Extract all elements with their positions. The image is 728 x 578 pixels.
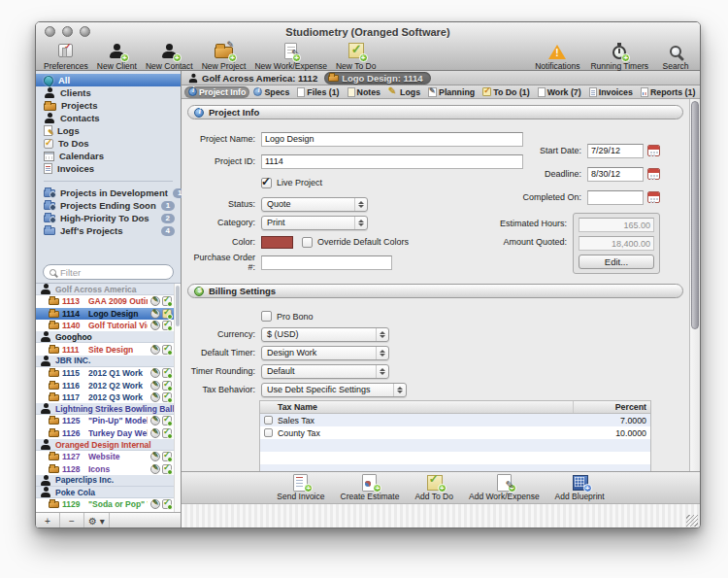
sidebar-item-invoices[interactable]: Invoices	[36, 162, 181, 175]
project-row-1126[interactable]: 1126Turkey Day Web Ca...	[36, 427, 174, 439]
calendar-icon[interactable]	[647, 191, 660, 203]
sidebar-add-button[interactable]: +	[36, 513, 60, 528]
timer-icon[interactable]	[150, 381, 160, 391]
sidebar-item-contacts[interactable]: Contacts	[36, 112, 181, 124]
tax-row[interactable]: Sales Tax7.0000	[260, 414, 650, 426]
action-create-estimate-button[interactable]: +Create Estimate	[341, 474, 400, 501]
project-row-1115[interactable]: 11152012 Q1 Work	[36, 367, 174, 379]
close-button[interactable]	[45, 26, 55, 37]
timer-icon[interactable]	[150, 499, 160, 509]
tax-behavior-dropdown[interactable]: Use Debt Specific Settings	[261, 383, 407, 397]
timer-icon[interactable]	[150, 345, 160, 355]
toolbar-new-project-button[interactable]: +New Project	[202, 41, 247, 71]
sidebar-actions-button[interactable]: ⚙ ▾	[84, 513, 110, 528]
subtab-specs[interactable]: Specs	[249, 86, 293, 98]
add-todo-icon[interactable]	[162, 392, 172, 402]
list-scrollbar-thumb[interactable]	[176, 286, 180, 326]
add-todo-icon[interactable]	[162, 428, 172, 438]
timer-icon[interactable]	[150, 321, 160, 330]
action-add-work-expense-button[interactable]: +Add Work/Expense	[469, 474, 540, 501]
sidebar-item-clients[interactable]: Clients	[36, 86, 181, 99]
vertical-scrollbar[interactable]	[689, 99, 700, 471]
sidebar-item-jeff-s-projects[interactable]: Jeff's Projects4	[36, 224, 181, 237]
project-row-1129[interactable]: 1129"Soda or Pop" Viral	[36, 498, 174, 510]
toolbar-new-to-do-button[interactable]: +New To Do	[336, 41, 376, 71]
sidebar-item-to-dos[interactable]: To Dos	[36, 137, 181, 150]
override-colors-checkbox[interactable]	[302, 237, 313, 248]
action-add-blueprint-button[interactable]: +Add Blueprint	[555, 474, 605, 501]
pro-bono-checkbox[interactable]	[261, 311, 272, 322]
sidebar-remove-button[interactable]: −	[60, 513, 84, 528]
resize-grip[interactable]	[686, 515, 698, 527]
add-todo-icon[interactable]	[162, 321, 172, 330]
toolbar-running-timers-button[interactable]: +Running Timers	[590, 41, 648, 71]
scrollbar-thumb[interactable]	[691, 101, 699, 329]
project-row-1111[interactable]: 1111Site Design	[36, 343, 174, 355]
toolbar-search-button[interactable]: Search	[659, 41, 692, 71]
project-row-1127[interactable]: 1127Website	[36, 451, 174, 462]
timer-icon[interactable]	[150, 452, 160, 461]
add-todo-icon[interactable]	[162, 345, 172, 355]
project-color-swatch[interactable]	[261, 236, 293, 249]
subtab-notes[interactable]: Notes	[344, 86, 384, 98]
sidebar-item-calendars[interactable]: Calendars	[36, 150, 181, 162]
tax-checkbox[interactable]	[264, 428, 273, 437]
live-project-checkbox[interactable]	[261, 178, 272, 188]
sidebar-item-projects[interactable]: Projects	[36, 99, 181, 112]
timer-icon[interactable]	[150, 416, 160, 425]
tab-golf-across-america[interactable]: Golf Across America: 1112	[187, 73, 317, 84]
calendar-icon[interactable]	[647, 168, 660, 180]
deadline-input[interactable]	[587, 167, 644, 182]
subtab-planning[interactable]: Planning	[424, 86, 479, 98]
client-row-googhoo[interactable]: Googhoo	[36, 331, 174, 343]
toolbar-notifications-button[interactable]: Notifications	[535, 41, 579, 71]
tab-logo-design[interactable]: Logo Design: 1114	[324, 72, 430, 85]
project-row-1114[interactable]: 1114Logo Design	[36, 308, 174, 320]
subtab-files-1[interactable]: Files (1)	[293, 86, 343, 98]
add-todo-icon[interactable]	[162, 499, 172, 509]
default-timer-dropdown[interactable]: Design Work	[261, 346, 389, 360]
filter-input[interactable]	[60, 267, 167, 278]
project-row-1113[interactable]: 1113GAA 2009 Outing M...	[36, 295, 174, 307]
action-add-to-do-button[interactable]: +Add To Do	[414, 474, 453, 501]
client-row-paperclips-inc[interactable]: Paperclips Inc.	[36, 475, 174, 487]
start-date-input[interactable]	[587, 144, 644, 158]
subtab-to-do-1[interactable]: To Do (1)	[479, 86, 533, 98]
status-dropdown[interactable]: Quote	[261, 197, 368, 212]
toolbar-preferences-button[interactable]: Preferences	[44, 41, 88, 71]
client-row-golf-across-america[interactable]: Golf Across America	[36, 284, 174, 295]
timer-icon[interactable]	[150, 392, 160, 402]
sidebar-item-all[interactable]: All	[36, 74, 181, 86]
add-todo-icon[interactable]	[162, 416, 172, 425]
completed-on-input[interactable]	[587, 190, 644, 205]
minimize-button[interactable]	[62, 26, 73, 37]
add-todo-icon[interactable]	[162, 452, 172, 461]
list-scrollbar[interactable]	[174, 284, 181, 512]
sidebar-item-high-priority-to-dos[interactable]: High-Priority To Dos2	[36, 212, 181, 224]
timer-icon[interactable]	[150, 368, 160, 378]
sidebar-item-logs[interactable]: Logs	[36, 124, 181, 137]
sidebar-item-projects-ending-soon[interactable]: Projects Ending Soon1	[36, 199, 181, 212]
add-todo-icon[interactable]	[162, 368, 172, 378]
project-row-1117[interactable]: 11172012 Q3 Work	[36, 391, 174, 403]
subtab-money[interactable]: $	[699, 86, 701, 98]
project-row-1128[interactable]: 1128Icons	[36, 462, 174, 474]
add-todo-icon[interactable]	[162, 309, 172, 319]
subtab-reports-1[interactable]: Reports (1)	[637, 86, 699, 98]
project-row-1125[interactable]: 1125"Pin-Up" Model Shoot	[36, 415, 174, 426]
timer-icon[interactable]	[150, 464, 160, 474]
zoom-button[interactable]	[80, 26, 90, 37]
currency-dropdown[interactable]: $ (USD)	[261, 327, 389, 342]
toolbar-new-client-button[interactable]: +New Client	[97, 41, 137, 71]
edit-estimates-button[interactable]: Edit...	[579, 255, 654, 269]
purchase-order-input[interactable]	[261, 255, 392, 270]
client-row-lightning-strikes-bowling-balls[interactable]: Lightning Strikes Bowling Balls	[36, 403, 174, 415]
add-todo-icon[interactable]	[162, 464, 172, 474]
client-row-poke-cola[interactable]: Poke Cola	[36, 487, 174, 498]
client-row-jbr-inc[interactable]: JBR INC.	[36, 356, 174, 367]
calendar-icon[interactable]	[647, 145, 660, 156]
add-todo-icon[interactable]	[162, 296, 172, 306]
timer-rounding-dropdown[interactable]: Default	[261, 364, 389, 379]
sidebar-item-projects-in-development[interactable]: Projects in Development19	[36, 187, 181, 199]
tax-row[interactable]: County Tax10.0000	[260, 426, 650, 439]
